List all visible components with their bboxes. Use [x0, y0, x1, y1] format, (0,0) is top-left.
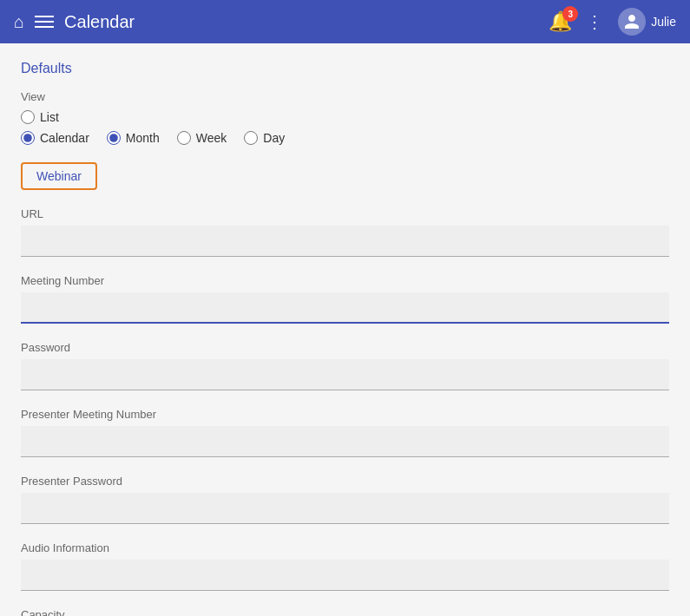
- password-label: Password: [21, 341, 669, 354]
- radio-month[interactable]: Month: [107, 131, 160, 145]
- radio-week-input[interactable]: [177, 131, 191, 145]
- main-content: Defaults View List Calendar Month Week: [0, 43, 690, 616]
- radio-month-input[interactable]: [107, 131, 121, 145]
- presenter-password-label: Presenter Password: [21, 475, 669, 488]
- presenter-meeting-number-label: Presenter Meeting Number: [21, 408, 669, 421]
- password-field: Password: [21, 341, 669, 390]
- avatar: [618, 8, 646, 36]
- radio-list-input[interactable]: [21, 110, 35, 124]
- presenter-meeting-number-field: Presenter Meeting Number: [21, 408, 669, 457]
- radio-list-label: List: [40, 110, 59, 124]
- radio-week-label: Week: [196, 131, 227, 145]
- radio-week[interactable]: Week: [177, 131, 227, 145]
- view-label: View: [21, 90, 669, 103]
- radio-day[interactable]: Day: [244, 131, 285, 145]
- meeting-number-input[interactable]: [21, 292, 669, 324]
- presenter-meeting-number-input[interactable]: [21, 426, 669, 457]
- url-input[interactable]: [21, 226, 669, 257]
- audio-information-field: Audio Information: [21, 541, 669, 591]
- app-title: Calendar: [64, 12, 538, 32]
- defaults-title: Defaults: [21, 61, 669, 76]
- user-name: Julie: [651, 15, 676, 29]
- menu-icon[interactable]: [35, 16, 54, 28]
- radio-day-label: Day: [263, 131, 285, 145]
- meeting-number-label: Meeting Number: [21, 274, 669, 287]
- capacity-field: Capacity: [21, 608, 669, 616]
- radio-calendar-input[interactable]: [21, 131, 35, 145]
- password-input[interactable]: [21, 359, 669, 390]
- presenter-password-input[interactable]: [21, 493, 669, 524]
- more-options-icon[interactable]: ⋮: [586, 11, 604, 32]
- audio-information-input[interactable]: [21, 560, 669, 591]
- radio-month-label: Month: [126, 131, 160, 145]
- url-field: URL: [21, 207, 669, 257]
- notification-badge: 3: [562, 6, 578, 22]
- radio-day-input[interactable]: [244, 131, 258, 145]
- radio-calendar[interactable]: Calendar: [21, 131, 89, 145]
- url-label: URL: [21, 207, 669, 220]
- webinar-tab[interactable]: Webinar: [21, 162, 97, 190]
- radio-calendar-label: Calendar: [40, 131, 89, 145]
- radio-row-list: List: [21, 110, 669, 124]
- meeting-number-field: Meeting Number: [21, 274, 669, 324]
- header-actions: 🔔 3 ⋮ Julie: [549, 8, 676, 36]
- view-radio-group: List Calendar Month Week Day: [21, 110, 669, 145]
- capacity-label: Capacity: [21, 608, 669, 616]
- presenter-password-field: Presenter Password: [21, 475, 669, 524]
- audio-information-label: Audio Information: [21, 541, 669, 554]
- home-icon[interactable]: ⌂: [14, 12, 24, 32]
- user-avatar-wrapper[interactable]: Julie: [618, 8, 676, 36]
- notifications-bell[interactable]: 🔔 3: [549, 10, 572, 33]
- app-header: ⌂ Calendar 🔔 3 ⋮ Julie: [0, 0, 690, 43]
- radio-row-calendar: Calendar Month Week Day: [21, 131, 669, 145]
- radio-list[interactable]: List: [21, 110, 59, 124]
